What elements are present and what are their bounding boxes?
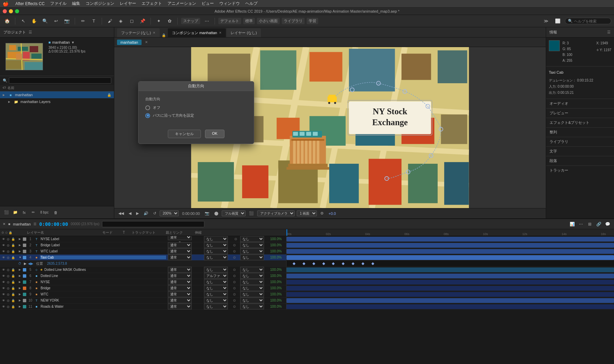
- track-select-9[interactable]: なし: [204, 291, 228, 297]
- info-effects-section[interactable]: エフェクト&プリセット: [546, 118, 614, 127]
- layer-row-8[interactable]: 👁 ◎ 🔒 ▶ 8 ■ Bridge 通常 なし: [0, 285, 614, 291]
- layer-name-10[interactable]: NEW YORK: [40, 299, 166, 302]
- effects-btn[interactable]: fx: [20, 209, 28, 216]
- solo-icon-3[interactable]: ◎: [6, 249, 10, 253]
- screen-btn[interactable]: ⬜: [553, 17, 562, 26]
- parent-select-9[interactable]: なし: [240, 291, 264, 297]
- prop-value[interactable]: 2635.2,573.8: [47, 262, 67, 265]
- track-select-6[interactable]: アルファ: [204, 273, 228, 279]
- timeline-ruler[interactable]: 00s 02s 04s 06s 08s 10s 12s 14s 16s: [287, 229, 614, 236]
- ctrl-loop[interactable]: ↺: [152, 210, 158, 216]
- camera-tool[interactable]: 📷: [62, 17, 71, 26]
- track-select-5[interactable]: なし: [204, 267, 228, 273]
- expand-layer-10[interactable]: ▶: [19, 299, 22, 302]
- tab-footage[interactable]: フッテージ (なし) ✕: [117, 28, 160, 37]
- kf-8[interactable]: [362, 262, 364, 265]
- select-tool[interactable]: ↖: [19, 17, 28, 26]
- ctrl-options[interactable]: ⚙: [319, 210, 325, 216]
- eye-icon-6[interactable]: 👁: [1, 274, 5, 278]
- lock-icon-2[interactable]: 🔒: [11, 243, 15, 247]
- tl-btn-motion[interactable]: ⋯: [577, 220, 585, 228]
- prop-keyframe-nav-l[interactable]: ◀: [28, 262, 31, 265]
- parent-select-6[interactable]: なし: [240, 273, 264, 279]
- close-button[interactable]: [3, 9, 7, 13]
- tab-comp-close[interactable]: ✕: [219, 31, 222, 34]
- snap-label[interactable]: スナップ: [181, 18, 200, 24]
- info-preview-section[interactable]: プレビュー: [546, 108, 614, 118]
- auto-orient-dialog[interactable]: 自動方向 自動方向 オフ パスに沿って方向を設定: [138, 81, 254, 144]
- learn-label[interactable]: 学習: [307, 18, 318, 24]
- parent-select-2[interactable]: なし: [240, 242, 264, 248]
- ctrl-prev[interactable]: ◀: [127, 210, 133, 216]
- delete-btn[interactable]: 🗑: [52, 209, 59, 216]
- layer-name-2[interactable]: Bridge Label: [40, 243, 166, 247]
- layer-row-11[interactable]: 👁 ◎ 🔒 ▶ 11 ■ Roads & Water 通常 なし: [0, 304, 614, 310]
- solo-icon-11[interactable]: ◎: [6, 305, 10, 309]
- timeline-menu[interactable]: ☰: [33, 222, 36, 226]
- info-library-section[interactable]: ライブラリ: [546, 137, 614, 146]
- hand-tool[interactable]: ✋: [30, 17, 39, 26]
- layer-name-7[interactable]: NYSE: [40, 280, 166, 284]
- menu-window[interactable]: ウィンドウ: [219, 1, 240, 6]
- layer-prop-position[interactable]: ⏱ ▶ ◀ ▶ 位置 2635.2,573.8: [0, 261, 614, 267]
- lock-icon-4[interactable]: 🔒: [11, 256, 15, 260]
- expand-layer-5[interactable]: ▶: [19, 268, 22, 271]
- kf-9[interactable]: [371, 262, 374, 265]
- snap-icon[interactable]: ⋯: [202, 17, 211, 26]
- parent-select-3[interactable]: なし: [240, 248, 264, 254]
- new-folder-btn[interactable]: 📁: [12, 209, 19, 216]
- solo-icon-7[interactable]: ◎: [6, 280, 10, 284]
- solo-icon-2[interactable]: ◎: [6, 243, 10, 247]
- expand-layer-9[interactable]: ▶: [19, 293, 22, 296]
- camera-dropdown[interactable]: アクティブカメラ: [257, 210, 295, 216]
- ctrl-resolution[interactable]: ⬛: [248, 210, 255, 216]
- parent-select-4[interactable]: なし: [240, 254, 264, 260]
- eye-icon-8[interactable]: 👁: [1, 286, 5, 290]
- eye-icon-10[interactable]: 👁: [1, 299, 5, 303]
- track-select-10[interactable]: なし: [204, 297, 228, 303]
- timeline-timecode[interactable]: 0:00:00:00: [39, 221, 68, 227]
- lock-icon-layer[interactable]: 🔒: [11, 237, 15, 241]
- track-select-1[interactable]: なし: [204, 236, 228, 242]
- eye-icon[interactable]: 👁: [1, 237, 5, 241]
- expand-layer-3[interactable]: ▶: [19, 250, 22, 253]
- ctrl-prev-frame[interactable]: ◀◀: [117, 210, 125, 216]
- dialog-option-path[interactable]: パスに沿って方向を設定: [145, 113, 247, 118]
- kf-4[interactable]: [322, 262, 325, 265]
- track-select-3[interactable]: なし: [204, 248, 228, 254]
- edit-btn[interactable]: ✏: [29, 209, 37, 216]
- small-label[interactable]: 小さい画面: [257, 18, 280, 24]
- minimize-button[interactable]: [9, 9, 13, 13]
- mode-select-2[interactable]: 通常: [168, 242, 192, 248]
- parent-select-5[interactable]: なし: [240, 267, 264, 273]
- eye-icon-5[interactable]: 👁: [1, 268, 5, 272]
- eye-icon-9[interactable]: 👁: [1, 292, 5, 296]
- help-search-input[interactable]: [574, 19, 608, 23]
- prop-expand[interactable]: ▶: [24, 262, 27, 265]
- expand-layer-7[interactable]: ▶: [19, 280, 22, 283]
- zoom-tool[interactable]: 🔍: [41, 17, 49, 26]
- expand-layer-11[interactable]: ▶: [19, 305, 22, 308]
- project-item-manhattanlayers[interactable]: ▶ 📁 manhattan Layers: [0, 98, 114, 105]
- layer-name-11[interactable]: Roads & Water: [40, 305, 166, 308]
- expand-layer-4[interactable]: ▼: [19, 256, 22, 259]
- kf-6[interactable]: [342, 262, 345, 265]
- layer-row-1[interactable]: 👁 ◎ 🔒 ▶ 1 T NYSE Label 通常 ▼ なし: [0, 236, 614, 242]
- radio-path[interactable]: [145, 113, 150, 118]
- layer-name-6[interactable]: Dotted Line: [40, 274, 166, 278]
- prop-keyframe-nav-r[interactable]: ▶: [31, 262, 33, 265]
- lock-icon-8[interactable]: 🔒: [11, 286, 15, 290]
- expand-layer-6[interactable]: ▶: [19, 274, 22, 277]
- lock-icon-9[interactable]: 🔒: [11, 292, 15, 296]
- layer-name-9[interactable]: WTC: [40, 292, 166, 296]
- lock-icon-10[interactable]: 🔒: [11, 299, 15, 303]
- extend-btn[interactable]: ≫: [542, 17, 551, 26]
- layer-row-9[interactable]: 👁 ◎ 🔒 ▶ 9 ■ WTC 通常 なし ⊙: [0, 291, 614, 297]
- layer-row-10[interactable]: 👁 ◎ 🔒 ▶ 10 T NEW YORK 通常 なし: [0, 297, 614, 304]
- standard-label[interactable]: 標準: [243, 18, 255, 24]
- help-search[interactable]: 🔍: [565, 18, 611, 24]
- rotate-tool[interactable]: ↩: [52, 17, 60, 26]
- dialog-option-off[interactable]: オフ: [145, 105, 247, 110]
- track-select-4[interactable]: なし: [204, 254, 228, 260]
- track-select-11[interactable]: なし: [204, 304, 228, 309]
